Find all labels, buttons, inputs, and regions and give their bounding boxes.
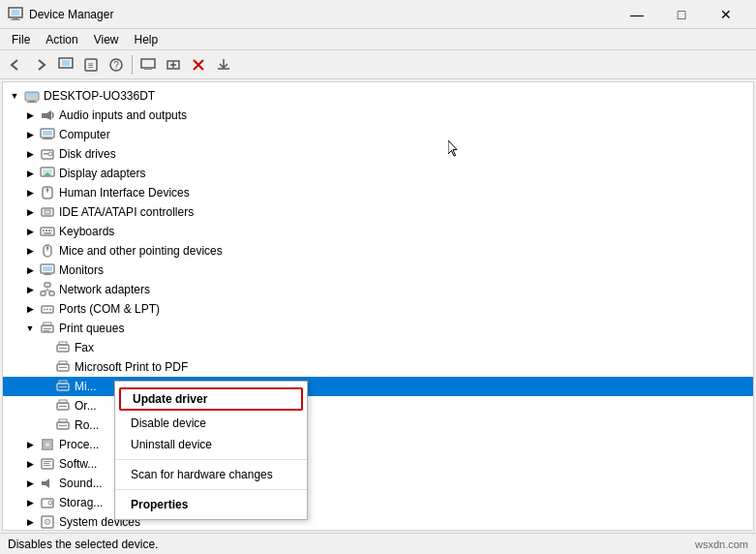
display-icon bbox=[40, 166, 55, 181]
maximize-button[interactable]: □ bbox=[659, 0, 704, 29]
svg-rect-14 bbox=[28, 93, 36, 98]
arrow-icon[interactable]: ▶ bbox=[22, 224, 38, 239]
storage-icon bbox=[40, 495, 55, 510]
arrow-icon[interactable]: ▶ bbox=[22, 204, 38, 220]
item-label: Mice and other pointing devices bbox=[57, 244, 223, 258]
svg-rect-24 bbox=[44, 153, 48, 155]
item-label: Microsoft Print to PDF bbox=[73, 360, 188, 374]
arrow-icon[interactable]: ▶ bbox=[22, 495, 38, 510]
list-item[interactable]: ▶ Keyboards bbox=[3, 222, 753, 241]
list-item[interactable]: ▶ Network adapters bbox=[3, 280, 753, 299]
svg-rect-21 bbox=[43, 138, 52, 139]
toolbar-update[interactable]: ≡ bbox=[79, 53, 103, 77]
window-title: Device Manager bbox=[29, 8, 615, 21]
svg-rect-19 bbox=[43, 131, 52, 136]
uninstall-device-button[interactable]: Uninstall device bbox=[115, 434, 307, 455]
list-item[interactable]: ▶ Display adapters bbox=[3, 164, 753, 183]
list-item[interactable]: Fax bbox=[3, 338, 753, 357]
item-label: Ro... bbox=[73, 418, 99, 432]
item-label: Softw... bbox=[57, 457, 97, 471]
svg-rect-58 bbox=[59, 342, 67, 345]
sound-icon bbox=[40, 476, 55, 491]
toolbar-properties[interactable] bbox=[54, 53, 77, 77]
monitor-icon bbox=[40, 262, 55, 278]
arrow-icon[interactable]: ▶ bbox=[22, 262, 38, 278]
toolbar-help[interactable]: ? bbox=[105, 53, 128, 77]
arrow-icon[interactable]: ▶ bbox=[22, 282, 38, 297]
list-item[interactable]: ▶ Audio inputs and outputs bbox=[3, 106, 753, 125]
keyboard-icon bbox=[40, 224, 55, 239]
arrow-icon[interactable]: ▶ bbox=[22, 166, 38, 181]
svg-rect-63 bbox=[59, 386, 67, 387]
svg-rect-31 bbox=[45, 210, 50, 214]
svg-rect-47 bbox=[49, 292, 54, 295]
tree-root[interactable]: ▼ DESKTOP-UO336DT bbox=[3, 86, 753, 106]
root-arrow[interactable]: ▼ bbox=[7, 88, 22, 104]
toolbar-sep-1 bbox=[132, 55, 133, 75]
arrow-icon[interactable]: ▶ bbox=[22, 301, 38, 317]
arrow-icon[interactable]: ▶ bbox=[22, 127, 38, 142]
svg-rect-32 bbox=[41, 228, 54, 235]
list-item[interactable]: ▶ Computer bbox=[3, 125, 753, 144]
toolbar-download[interactable] bbox=[212, 53, 235, 77]
item-label: Keyboards bbox=[57, 225, 114, 238]
list-item[interactable]: ▶ Mice and other pointing devices bbox=[3, 241, 753, 261]
menu-file[interactable]: File bbox=[4, 31, 38, 48]
pdf-icon bbox=[55, 359, 71, 375]
item-label: Display adapters bbox=[57, 167, 145, 180]
list-item[interactable]: ▶ Human Interface Devices bbox=[3, 183, 753, 202]
computer-icon bbox=[40, 127, 55, 142]
disable-device-button[interactable]: Disable device bbox=[115, 413, 307, 434]
toolbar-remove[interactable] bbox=[187, 53, 210, 77]
toolbar-device[interactable] bbox=[136, 53, 160, 77]
svg-rect-5 bbox=[62, 60, 70, 66]
update-driver-button[interactable]: Update driver bbox=[119, 387, 303, 411]
toolbar-scan[interactable] bbox=[162, 53, 185, 77]
minimize-button[interactable]: — bbox=[615, 0, 659, 29]
list-item[interactable]: ▶ IDE ATA/ATAPI controllers bbox=[3, 202, 753, 222]
svg-point-23 bbox=[48, 152, 52, 156]
svg-rect-69 bbox=[59, 425, 67, 426]
svg-rect-77 bbox=[42, 481, 45, 485]
processor-icon bbox=[40, 437, 55, 452]
arrow-icon[interactable]: ▶ bbox=[22, 476, 38, 491]
svg-rect-72 bbox=[45, 442, 50, 447]
arrow-icon[interactable]: ▶ bbox=[22, 185, 38, 200]
list-item[interactable]: ▶ Disk drives bbox=[3, 144, 753, 164]
arrow-icon[interactable]: ▶ bbox=[22, 437, 38, 452]
menu-view[interactable]: View bbox=[86, 31, 127, 48]
arrow-icon[interactable]: ▶ bbox=[22, 108, 38, 123]
svg-rect-70 bbox=[59, 419, 67, 422]
arrow-icon[interactable]: ▶ bbox=[22, 243, 38, 259]
close-button[interactable]: ✕ bbox=[704, 0, 748, 29]
menu-help[interactable]: Help bbox=[127, 31, 166, 48]
audio-icon bbox=[40, 108, 55, 123]
scan-hardware-button[interactable]: Scan for hardware changes bbox=[115, 464, 307, 485]
item-label: Audio inputs and outputs bbox=[57, 108, 187, 122]
arrow-icon[interactable]: ▼ bbox=[22, 321, 38, 336]
status-text: Disables the selected device. bbox=[8, 538, 695, 551]
list-item[interactable]: Microsoft Print to PDF bbox=[3, 357, 753, 377]
svg-point-49 bbox=[44, 309, 45, 311]
svg-rect-36 bbox=[51, 230, 52, 231]
toolbar-forward[interactable] bbox=[29, 53, 52, 77]
print-icon bbox=[40, 321, 55, 336]
menu-action[interactable]: Action bbox=[38, 31, 85, 48]
svg-rect-55 bbox=[44, 323, 51, 325]
list-item[interactable]: ▼ Print queues bbox=[3, 319, 753, 338]
system-icon: ⚙ bbox=[40, 514, 55, 530]
item-label: Mi... bbox=[73, 380, 97, 393]
list-item[interactable]: ▶ Monitors bbox=[3, 261, 753, 280]
svg-rect-42 bbox=[43, 266, 52, 271]
arrow-icon[interactable]: ▶ bbox=[22, 514, 38, 530]
properties-button[interactable]: Properties bbox=[115, 494, 307, 515]
item-label: Print queues bbox=[57, 322, 124, 335]
toolbar: ≡ ? bbox=[0, 50, 756, 79]
svg-rect-76 bbox=[44, 465, 50, 466]
arrow-icon[interactable]: ▶ bbox=[22, 146, 38, 162]
arrow-icon[interactable]: ▶ bbox=[22, 456, 38, 472]
svg-point-40 bbox=[46, 247, 49, 250]
list-item[interactable]: ▶ Ports (COM & LPT) bbox=[3, 299, 753, 319]
svg-rect-46 bbox=[41, 292, 45, 295]
toolbar-back[interactable] bbox=[4, 53, 27, 77]
